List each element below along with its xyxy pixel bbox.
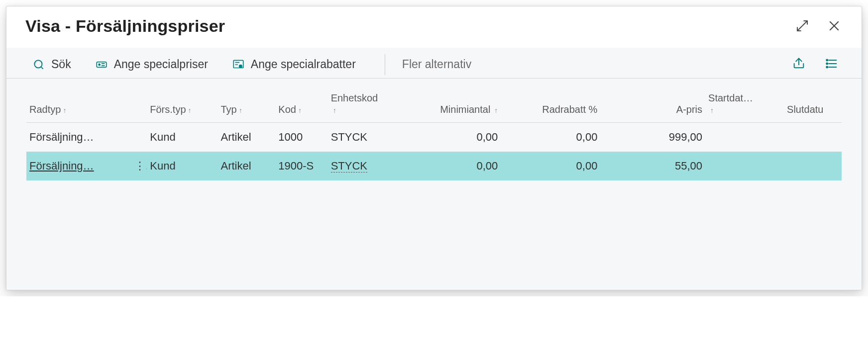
cell-slutdat	[784, 152, 842, 180]
content-area: Sök Ange specialpriser	[6, 47, 862, 290]
cell-minimiantal: 0,00	[407, 152, 501, 180]
sort-arrow-icon: ↑	[239, 106, 242, 114]
row-actions-button[interactable]: ⋮	[131, 152, 147, 180]
close-window-button[interactable]	[824, 15, 845, 36]
cell-forstyp: Kund	[147, 123, 217, 152]
cell-typ: Artikel	[217, 123, 275, 152]
toolbar-right	[477, 54, 842, 76]
col-spacer	[131, 79, 147, 123]
svg-point-6	[826, 63, 828, 64]
expand-icon	[795, 18, 810, 33]
search-button[interactable]: Sök	[26, 54, 77, 75]
col-kod[interactable]: Kod↑	[275, 79, 327, 123]
price-tag-icon	[95, 58, 108, 71]
cell-typ: Artikel	[217, 152, 275, 180]
col-radtyp[interactable]: Radtyp↑	[26, 79, 131, 123]
col-apris[interactable]: A-pris	[600, 79, 705, 123]
share-icon	[792, 57, 806, 71]
more-options-button[interactable]: Fler alternativ	[396, 54, 477, 75]
svg-point-4	[239, 64, 242, 68]
cell-row-menu	[131, 123, 147, 152]
header-actions	[792, 15, 845, 36]
svg-point-5	[826, 59, 828, 61]
toolbar: Sök Ange specialpriser	[6, 48, 862, 79]
col-radrabatt[interactable]: Radrabatt %	[501, 79, 600, 123]
sort-arrow-icon: ↑	[492, 106, 498, 114]
svg-point-0	[34, 60, 42, 68]
cell-enhetskod[interactable]: STYCK	[328, 152, 407, 180]
cell-minimiantal: 0,00	[407, 123, 501, 152]
col-minimiantal[interactable]: Minimiantal ↑	[407, 79, 501, 123]
list-view-button[interactable]	[822, 54, 842, 76]
col-enhetskod[interactable]: Enhetskod↑	[328, 79, 407, 123]
cell-radrabatt: 0,00	[501, 152, 600, 180]
table-container: Radtyp↑ Förs.typ↑ Typ↑ Kod↑	[6, 79, 862, 180]
cell-slutdat	[784, 123, 842, 152]
cell-radrabatt: 0,00	[501, 123, 600, 152]
svg-rect-1	[97, 62, 107, 67]
sort-arrow-icon: ↑	[333, 106, 336, 114]
discount-icon	[232, 58, 245, 71]
cell-apris: 55,00	[600, 152, 705, 180]
search-label: Sök	[51, 58, 71, 71]
table-row[interactable]: Försäljning… ⋮ Kund Artikel 1900-S STYCK…	[26, 152, 842, 180]
col-forstyp[interactable]: Förs.typ↑	[147, 79, 217, 123]
window-header: Visa - Försäljningspriser	[6, 6, 862, 47]
toolbar-separator	[385, 54, 385, 75]
search-icon	[32, 58, 45, 71]
cell-startdat	[705, 152, 784, 180]
col-startdat[interactable]: Startdat…↑	[705, 79, 784, 123]
sort-arrow-icon: ↑	[710, 106, 714, 114]
table-body: Försäljning… Kund Artikel 1000 STYCK 0,0…	[26, 123, 842, 181]
close-icon	[827, 18, 842, 33]
svg-point-2	[99, 64, 100, 65]
special-prices-label: Ange specialpriser	[114, 58, 208, 71]
col-typ[interactable]: Typ↑	[217, 79, 275, 123]
cell-startdat	[705, 123, 784, 152]
list-icon	[825, 57, 839, 71]
sort-arrow-icon: ↑	[63, 106, 66, 114]
table-row[interactable]: Försäljning… Kund Artikel 1000 STYCK 0,0…	[26, 123, 842, 152]
special-prices-button[interactable]: Ange specialpriser	[89, 54, 214, 75]
svg-point-7	[826, 66, 828, 68]
page-title: Visa - Försäljningspriser	[25, 16, 225, 36]
sort-arrow-icon: ↑	[298, 106, 302, 114]
sort-arrow-icon: ↑	[188, 106, 192, 114]
cell-enhetskod: STYCK	[328, 123, 407, 152]
cell-kod: 1900-S	[275, 152, 327, 180]
cell-radtyp[interactable]: Försäljning…	[26, 123, 131, 152]
sales-prices-table: Radtyp↑ Förs.typ↑ Typ↑ Kod↑	[26, 79, 842, 180]
special-discounts-button[interactable]: Ange specialrabatter	[226, 54, 362, 75]
cell-kod: 1000	[275, 123, 327, 152]
cell-forstyp: Kund	[147, 152, 217, 180]
table-header: Radtyp↑ Förs.typ↑ Typ↑ Kod↑	[26, 79, 842, 123]
share-button[interactable]	[789, 54, 809, 76]
expand-window-button[interactable]	[792, 15, 813, 36]
col-slutdatu[interactable]: Slutdatu	[784, 79, 842, 123]
special-discounts-label: Ange specialrabatter	[251, 58, 356, 71]
sales-prices-window: Visa - Försäljningspriser	[6, 6, 862, 290]
cell-radtyp[interactable]: Försäljning…	[26, 152, 131, 180]
cell-apris: 999,00	[600, 123, 705, 152]
kebab-icon: ⋮	[134, 160, 147, 172]
